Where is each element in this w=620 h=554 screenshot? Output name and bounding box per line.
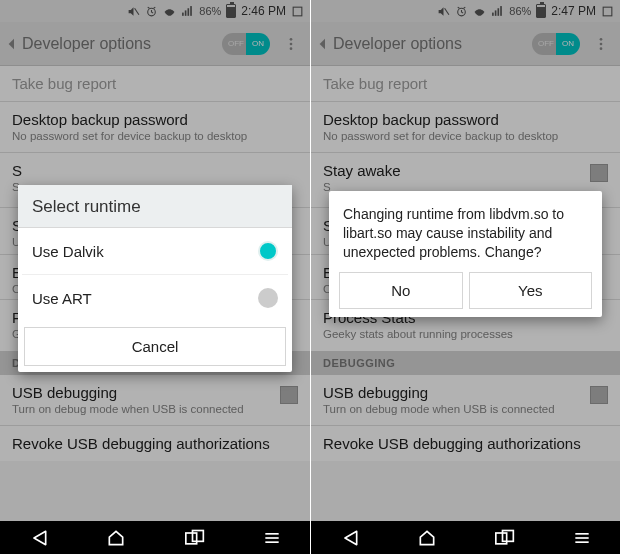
option-label: Use Dalvik [32,243,258,260]
nav-home-icon[interactable] [416,528,438,548]
nav-home-icon[interactable] [105,528,127,548]
option-dalvik[interactable]: Use Dalvik [18,228,292,274]
left-screenshot: 86% 2:46 PM Developer options OFF ON Tak… [0,0,310,554]
nav-menu-icon[interactable] [262,528,282,548]
nav-bar [311,521,620,554]
dialog-title: Select runtime [18,185,292,228]
yes-button[interactable]: Yes [469,272,593,309]
confirm-runtime-dialog: Changing runtime from libdvm.so to libar… [329,191,602,317]
nav-back-icon[interactable] [28,528,50,548]
right-screenshot: 86% 2:47 PM Developer options OFF ON Tak… [310,0,620,554]
nav-recents-icon[interactable] [493,528,517,548]
cancel-button[interactable]: Cancel [24,327,286,366]
radio-unselected-icon [258,288,278,308]
nav-recents-icon[interactable] [183,528,207,548]
option-label: Use ART [32,290,258,307]
svg-rect-11 [192,530,203,541]
nav-back-icon[interactable] [339,528,361,548]
option-art[interactable]: Use ART [18,275,292,321]
svg-rect-25 [496,533,507,544]
nav-menu-icon[interactable] [572,528,592,548]
radio-selected-icon [258,241,278,261]
svg-rect-10 [186,533,197,544]
no-button[interactable]: No [339,272,463,309]
svg-rect-26 [503,530,514,541]
nav-bar [0,521,310,554]
dialog-message: Changing runtime from libdvm.so to libar… [339,201,592,272]
select-runtime-dialog: Select runtime Use Dalvik Use ART Cancel [18,185,292,372]
